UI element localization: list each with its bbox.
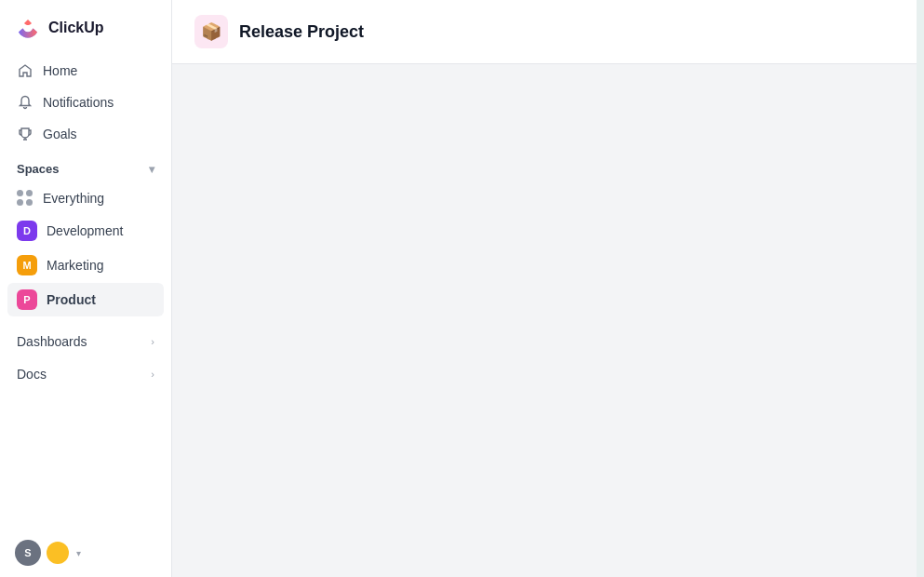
spaces-section-header[interactable]: Spaces ▾ — [0, 153, 171, 181]
home-label: Home — [43, 63, 77, 78]
sidebar-item-docs[interactable]: Docs › — [7, 358, 164, 390]
development-label: Development — [47, 223, 124, 238]
marketing-label: Marketing — [47, 258, 103, 273]
sidebar-item-notifications[interactable]: Notifications — [7, 87, 164, 117]
dashboards-label: Dashboards — [17, 334, 87, 349]
bell-icon — [17, 94, 33, 111]
notifications-label: Notifications — [43, 95, 114, 110]
nav-section: Home Notifications Goals — [0, 52, 171, 153]
chevron-right-icon: › — [151, 369, 154, 380]
project-icon: 📦 — [194, 15, 228, 48]
product-badge: P — [17, 289, 37, 310]
main-content: 📦 Release Project — [172, 0, 917, 577]
spaces-label: Spaces — [17, 162, 60, 176]
right-edge — [917, 0, 924, 577]
avatar-primary: S — [15, 540, 41, 566]
trophy-icon — [17, 126, 33, 142]
sidebar-item-dashboards[interactable]: Dashboards › — [7, 326, 164, 357]
project-title: Release Project — [239, 22, 364, 42]
sidebar-item-goals[interactable]: Goals — [7, 119, 164, 149]
development-badge: D — [17, 221, 37, 241]
sidebar-item-home[interactable]: Home — [7, 56, 164, 86]
docs-label: Docs — [17, 367, 47, 382]
goals-label: Goals — [43, 127, 77, 141]
app-name: ClickUp — [48, 20, 104, 36]
marketing-badge: M — [17, 255, 37, 275]
spaces-list: Everything D Development M Marketing P P… — [0, 181, 171, 318]
chevron-right-icon: › — [151, 336, 154, 347]
chevron-down-icon: ▾ — [149, 163, 154, 176]
product-label: Product — [47, 292, 96, 307]
user-dropdown-icon: ▾ — [76, 548, 81, 558]
main-body — [172, 64, 917, 577]
sidebar-item-everything[interactable]: Everything — [7, 183, 164, 213]
user-area[interactable]: S ▾ — [0, 529, 171, 577]
sidebar: ClickUp Home Notifications — [0, 0, 172, 577]
avatar-secondary — [47, 542, 69, 564]
expandable-section: Dashboards › Docs › — [0, 324, 171, 392]
logo-area[interactable]: ClickUp — [0, 0, 171, 52]
sidebar-item-development[interactable]: D Development — [7, 214, 164, 248]
clickup-logo-icon — [15, 15, 41, 41]
main-header: 📦 Release Project — [172, 0, 917, 64]
sidebar-item-marketing[interactable]: M Marketing — [7, 248, 164, 282]
home-icon — [17, 62, 33, 79]
everything-label: Everything — [43, 191, 104, 206]
sidebar-item-product[interactable]: P Product — [7, 283, 164, 316]
grid-dots-icon — [17, 190, 33, 207]
